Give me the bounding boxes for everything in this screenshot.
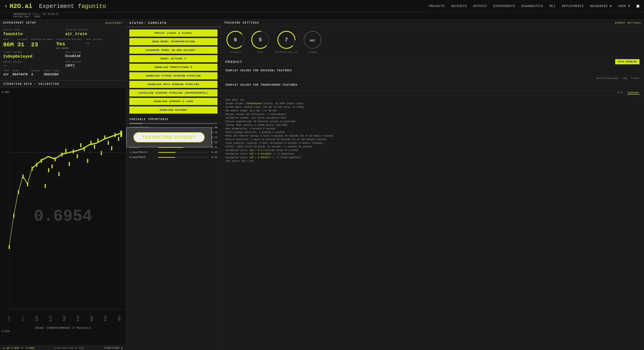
test-dataset-value: -- [86, 41, 103, 45]
scorer-dial: AUC SCORER [302, 30, 323, 53]
left-panel: EXPERIMENT SETUP ASSISTANT DISPLAY NAME … [0, 19, 126, 350]
status-bar: STATUS: COMPLETE [126, 19, 220, 27]
scorer-label: SCORER [308, 51, 317, 53]
top-navigation: ‹ H2O.ai Experiment fagunito PROJECTS DA… [0, 0, 644, 12]
model-actions-button[interactable]: MODEL ACTIONS ▼ [129, 55, 218, 62]
expert-settings-link[interactable]: EXPERT SETTINGS [615, 21, 641, 24]
right-panel: TRAINING SETTINGS EXPERT SETTINGS 6 ACCU… [221, 19, 644, 350]
time-circle: 5 [250, 30, 270, 50]
transform-dataset-button[interactable]: TRANSFORM DATASET [134, 132, 204, 142]
center-panel: STATUS: COMPLETE DEPLOY (LOCAL & CLOUD) … [126, 19, 221, 350]
trace-link[interactable]: Trace [631, 77, 640, 80]
target-column-group: TARGET COLUMN IsDepDelayed [3, 51, 61, 59]
svg-rect-35 [101, 151, 102, 155]
svg-rect-11 [8, 245, 10, 249]
svg-rect-28 [77, 154, 78, 158]
svg-text:AUC: AUC [310, 39, 316, 42]
download-predictions-button[interactable]: DOWNLOAD PREDICTIONS ▼ [129, 64, 218, 71]
accuracy-label: ACCURACY [230, 51, 241, 53]
shapley-original-section: SHAPLEY VALUES FOR ORIGINAL FEATURES [221, 67, 644, 76]
svg-rect-39 [114, 133, 116, 137]
show-model-button[interactable]: SHOW MODEL INTERPRETATION [129, 38, 218, 45]
nav-resources[interactable]: RESOURCES ▼ [590, 4, 612, 8]
display-name-label: DISPLAY NAME [3, 29, 61, 31]
count-label: COUNT [12, 70, 28, 72]
svg-text:35: 35 [104, 315, 107, 323]
svg-rect-32 [90, 141, 92, 145]
count-value: 86474478 [12, 73, 28, 76]
chart-area[interactable]: 0.6987 0.5534 0.6954 [Model: [XGBOOSTGBM… [0, 88, 126, 345]
svg-rect-26 [69, 162, 70, 166]
experiment-label: Experiment [39, 3, 74, 10]
chart-big-value: 0.6954 [34, 207, 92, 226]
test-dataset-label: TEST DATASET [86, 38, 103, 41]
field-row-3: WEIGHT COLUMN -- TIME COLUMN [OFF] [3, 61, 123, 67]
svg-text:7: 7 [285, 37, 288, 43]
nav-experiments[interactable]: EXPERIMENTS [493, 4, 515, 8]
gpus-button[interactable]: GPUS ENABLED [615, 59, 640, 64]
svg-rect-23 [58, 172, 60, 176]
back-chevron[interactable]: ‹ [4, 3, 8, 9]
training-settings-title: TRAINING SETTINGS [224, 21, 259, 24]
svg-text:0: 0 [8, 315, 10, 323]
deploy-button[interactable]: DEPLOY (LOCAL & CLOUD) [129, 29, 218, 37]
time-column-group: TIME COLUMN [OFF] [65, 61, 123, 67]
type-value: str [3, 73, 9, 76]
nav-mli[interactable]: MLI [550, 4, 556, 8]
predict-button[interactable]: PREDICT [225, 60, 242, 64]
variable-importance-area: VARIABLE IMPORTANCE 6_Freq:Origin 1.00 4… [126, 116, 220, 350]
experiment-setup-title: EXPERIMENT SETUP [3, 21, 36, 24]
download-summary-button[interactable]: DOWNLOAD SUMMARY & LOGS [129, 98, 218, 105]
svg-rect-19 [44, 184, 46, 188]
visualize-button[interactable]: VISUALIZE SCORING PIPELINE (EXPERIMENTAL… [129, 89, 218, 97]
download-mojo-button[interactable]: DOWNLOAD MOJO SCORING PIPELINE [129, 81, 218, 88]
training-dataset-value: air_train [65, 32, 123, 36]
svg-rect-37 [108, 141, 109, 145]
assistant-button[interactable]: ASSISTANT [105, 21, 123, 24]
iteration-section: ITERATION DATA - VALIDATION 0.6987 0.553… [0, 81, 126, 350]
accuracy-dial: 6 ACCURACY [225, 30, 246, 53]
svg-text:5: 5 [259, 37, 262, 43]
nav-autoviz[interactable]: AUTOVIZ [473, 4, 487, 8]
nav-diagnostics[interactable]: DIAGNOSTICS [522, 4, 543, 8]
tab-ks[interactable]: K-S [618, 91, 623, 94]
scorer-circle: AUC [302, 30, 323, 50]
variable-importance-header: VARIABLE IMPORTANCE [126, 116, 220, 123]
brand-logo[interactable]: ‹ H2O.ai [4, 3, 32, 10]
log-link[interactable]: Log [622, 77, 627, 80]
svg-rect-22 [54, 157, 56, 161]
nav-projects[interactable]: PROJECTS [429, 4, 444, 8]
svg-rect-40 [118, 137, 119, 141]
columns-label: COLUMNS [17, 38, 28, 41]
notifications-link[interactable]: Notifications [596, 77, 618, 80]
field-row-2: TARGET COLUMN IsDepDelayed FOLD COLUMN D… [3, 51, 123, 59]
svg-rect-16 [32, 167, 33, 171]
predict-section: PREDICT GPUS ENABLED [221, 57, 644, 67]
svg-rect-24 [61, 153, 62, 157]
svg-rect-29 [80, 143, 81, 147]
summary-line: Validation scheme: user-given validation… [225, 116, 640, 120]
nav-deployments[interactable]: DEPLOYMENTS [562, 4, 584, 8]
nav-datasets[interactable]: DATASETS [451, 4, 467, 8]
validation-dataset-value: Yes [56, 41, 82, 47]
time-label: TIME [257, 51, 263, 53]
weight-column-group: WEIGHT COLUMN -- [3, 61, 61, 67]
nav-user[interactable]: USER ▼ [618, 4, 630, 8]
download-python-button[interactable]: DOWNLOAD PYTHON SCORING PIPELINE [129, 72, 218, 79]
dials-row: 6 ACCURACY 5 TIME [221, 26, 644, 57]
version-text: DRIVERLESS AI 1.9.1 – AI TO DO AI [14, 13, 640, 15]
svg-rect-34 [97, 139, 98, 142]
notifications-row: Notifications Log Trace [221, 76, 644, 81]
diagnose-button[interactable]: DIAGNOSE MODEL ON NEW DATASET... [129, 47, 218, 54]
summary-line: System specs: Docker/Linux, 240 GB, 32 C… [225, 106, 640, 109]
var-value: 0.34 [210, 156, 218, 159]
download-autodoc-button[interactable]: DOWNLOAD AUTODOC [129, 106, 218, 114]
fold-column-value: Disabled [65, 54, 123, 58]
svg-rect-13 [18, 190, 19, 194]
accuracy-circle: 6 [225, 30, 246, 50]
var-name: 1_DayofMonth [129, 151, 156, 154]
chart-model-label: [Model: [XGBOOSTGBMDASK] (7 features)] [35, 327, 91, 329]
tab-summary[interactable]: SUMMARY [628, 91, 640, 94]
summary-line: Feature engineering: 48 features scored … [225, 120, 640, 124]
weight-column-label: WEIGHT COLUMN [3, 61, 61, 63]
